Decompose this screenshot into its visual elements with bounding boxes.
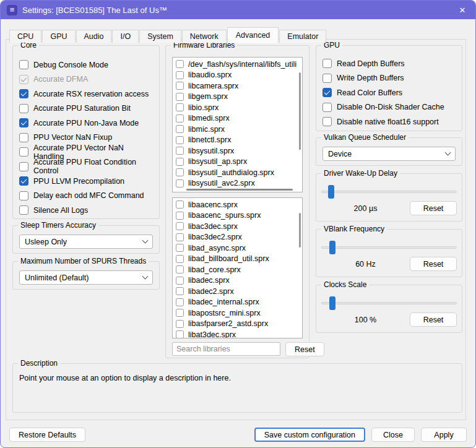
tab-i-o[interactable]: I/O xyxy=(112,30,139,43)
library-item[interactable]: libad_billboard_util.sprx xyxy=(176,254,302,265)
firmware-list-top[interactable]: /dev_flash/sys/internal/libfs_utili liba… xyxy=(172,57,303,192)
checkbox[interactable] xyxy=(19,118,28,127)
checkbox-row-accurate-ppu-vector-nan-handling[interactable]: Accurate PPU Vector NaN Handling xyxy=(19,145,153,160)
checkbox[interactable] xyxy=(176,147,184,155)
checkbox-row-write-depth-buffers[interactable]: Write Depth Buffers xyxy=(322,71,456,86)
search-input[interactable] xyxy=(172,342,280,356)
checkbox-row-delay-each-odd-mfc-command[interactable]: Delay each odd MFC Command xyxy=(19,189,153,204)
library-item[interactable]: libmic.sprx xyxy=(176,124,302,135)
tab-emulator[interactable]: Emulator xyxy=(279,30,326,43)
vertical-scrollbar[interactable] xyxy=(299,213,301,248)
driver-wakeup-reset-button[interactable]: Reset xyxy=(410,201,457,215)
library-item[interactable]: libad_core.sprx xyxy=(176,264,302,275)
slider-handle[interactable] xyxy=(329,296,335,310)
spurs-threads-select[interactable]: Unlimited (Default) xyxy=(19,270,153,285)
checkbox[interactable] xyxy=(19,133,28,142)
checkbox[interactable] xyxy=(322,59,332,68)
checkbox[interactable] xyxy=(176,136,184,144)
library-item[interactable]: libnetctl.sprx xyxy=(176,135,302,146)
checkbox-row-accurate-rsx-reservation-access[interactable]: Accurate RSX reservation access xyxy=(19,87,153,101)
library-item[interactable]: libadec.sprx xyxy=(176,275,302,286)
tab-advanced[interactable]: Advanced xyxy=(227,27,279,43)
checkbox[interactable] xyxy=(322,88,332,97)
checkbox-row-silence-all-logs[interactable]: Silence All Logs xyxy=(19,203,153,218)
checkbox[interactable] xyxy=(176,330,184,338)
vblank-slider[interactable] xyxy=(321,241,457,254)
library-item[interactable]: libadec_internal.sprx xyxy=(176,297,302,308)
checkbox[interactable] xyxy=(322,74,332,83)
vulkan-scheduler-select[interactable]: Device xyxy=(322,147,456,161)
library-item[interactable]: libaudio.sprx xyxy=(176,70,302,81)
checkbox[interactable] xyxy=(176,82,184,90)
checkbox-row-accurate-dfma[interactable]: Accurate DFMA xyxy=(19,72,153,87)
checkbox-row-accurate-ppu-float-condition-control[interactable]: Accurate PPU Float Condition Control xyxy=(19,160,153,174)
checkbox[interactable] xyxy=(19,104,28,113)
tab-audio[interactable]: Audio xyxy=(76,30,112,43)
sleep-timers-select[interactable]: Usleep Only xyxy=(19,235,153,249)
tab-system[interactable]: System xyxy=(139,30,181,43)
library-item[interactable]: libgem.sprx xyxy=(176,92,302,103)
checkbox-row-disable-on-disk-shader-cache[interactable]: Disable On-Disk Shader Cache xyxy=(322,100,456,115)
horizontal-scrollbar[interactable] xyxy=(186,189,293,191)
restore-defaults-button[interactable]: Restore Defaults xyxy=(9,428,85,442)
checkbox-row-accurate-ppu-non-java-mode[interactable]: Accurate PPU Non-Java Mode xyxy=(19,116,153,131)
checkbox[interactable] xyxy=(176,125,184,133)
checkbox-row-read-color-buffers[interactable]: Read Color Buffers xyxy=(322,85,456,100)
vblank-reset-button[interactable]: Reset xyxy=(410,257,457,271)
checkbox[interactable] xyxy=(322,103,332,112)
checkbox[interactable] xyxy=(176,200,184,209)
checkbox[interactable] xyxy=(176,71,184,79)
apply-button[interactable]: Apply xyxy=(421,428,467,442)
checkbox[interactable] xyxy=(19,75,28,84)
checkbox-row-accurate-ppu-saturation-bit[interactable]: Accurate PPU Saturation Bit xyxy=(19,101,153,116)
slider-track[interactable] xyxy=(321,302,457,304)
library-item[interactable]: libasfparser2_astd.sprx xyxy=(176,319,302,330)
checkbox-row-read-depth-buffers[interactable]: Read Depth Buffers xyxy=(322,56,456,71)
library-item[interactable]: libcamera.sprx xyxy=(176,80,302,92)
library-item[interactable]: libadec2.sprx xyxy=(176,286,302,297)
checkbox[interactable] xyxy=(176,60,184,68)
library-item[interactable]: libapostsrc_mini.sprx xyxy=(176,308,302,319)
checkbox[interactable] xyxy=(19,89,28,98)
checkbox[interactable] xyxy=(176,233,184,241)
vertical-scrollbar[interactable] xyxy=(299,72,301,150)
tab-gpu[interactable]: GPU xyxy=(42,30,75,43)
checkbox[interactable] xyxy=(176,103,184,111)
library-item[interactable]: libmedi.sprx xyxy=(176,113,302,124)
checkbox[interactable] xyxy=(19,176,28,186)
slider-handle[interactable] xyxy=(328,185,334,199)
checkbox-row-ppu-llvm-precompilation[interactable]: PPU LLVM Precompilation xyxy=(19,174,153,189)
checkbox[interactable] xyxy=(19,147,28,157)
close-icon[interactable]: ✕ xyxy=(449,1,475,19)
checkbox[interactable] xyxy=(176,93,184,101)
checkbox[interactable] xyxy=(176,244,184,252)
checkbox[interactable] xyxy=(19,205,28,215)
firmware-list-bottom[interactable]: libaacenc.sprx libaacenc_spurs.sprx liba… xyxy=(172,197,303,338)
library-item[interactable]: libaacenc_spurs.sprx xyxy=(176,210,302,222)
slider-track[interactable] xyxy=(321,246,457,249)
checkbox-row-disable-native-float16-support[interactable]: Disable native float16 support xyxy=(322,114,456,129)
library-item[interactable]: libsysutil_ap.sprx xyxy=(176,157,302,168)
checkbox[interactable] xyxy=(176,222,184,230)
checkbox[interactable] xyxy=(19,60,28,69)
library-item[interactable]: libaacenc.sprx xyxy=(176,199,302,210)
checkbox[interactable] xyxy=(19,162,28,171)
checkbox[interactable] xyxy=(176,309,184,317)
clocks-scale-reset-button[interactable]: Reset xyxy=(410,312,457,327)
checkbox[interactable] xyxy=(176,255,184,263)
library-item[interactable]: libsysutil_authdialog.sprx xyxy=(176,167,302,178)
library-item[interactable]: libio.sprx xyxy=(176,102,302,113)
library-item[interactable]: libsysutil_avc2.sprx xyxy=(176,178,302,189)
checkbox-row-ppu-vector-nan-fixup[interactable]: PPU Vector NaN Fixup xyxy=(19,131,153,145)
library-item[interactable]: /dev_flash/sys/internal/libfs_utili xyxy=(176,59,302,70)
slider-handle[interactable] xyxy=(329,241,335,254)
checkbox[interactable] xyxy=(176,114,184,123)
library-item[interactable]: libsysutil.sprx xyxy=(176,145,302,157)
close-button[interactable]: Close xyxy=(371,428,415,442)
checkbox[interactable] xyxy=(176,168,184,176)
library-item[interactable]: libac3dec2.sprx xyxy=(176,232,302,243)
library-item[interactable]: libad_async.sprx xyxy=(176,243,302,254)
checkbox[interactable] xyxy=(19,191,28,200)
libraries-reset-button[interactable]: Reset xyxy=(285,342,324,356)
checkbox[interactable] xyxy=(176,179,184,187)
